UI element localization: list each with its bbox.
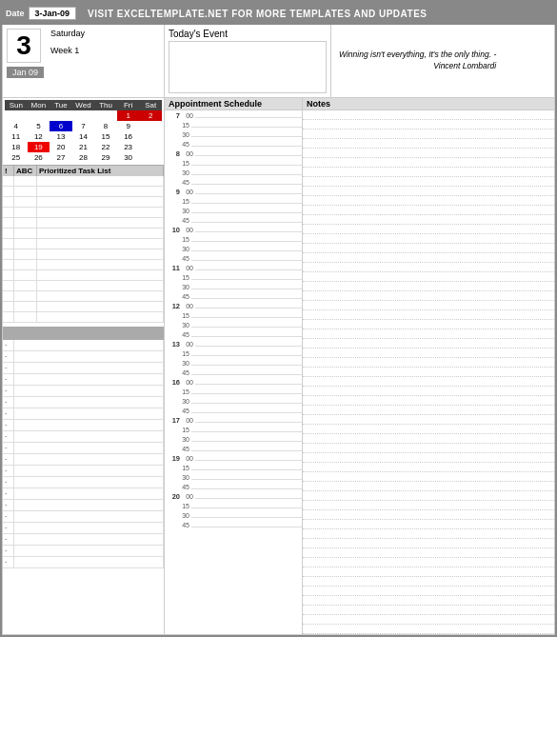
time-row[interactable]: 15 — [165, 234, 302, 244]
time-row[interactable]: 1300 — [165, 339, 302, 348]
notes-line[interactable] — [303, 329, 554, 339]
time-row[interactable]: 30 — [165, 472, 302, 482]
notes-line[interactable] — [303, 415, 554, 425]
notes-line[interactable] — [303, 206, 554, 215]
notes-line[interactable] — [303, 149, 554, 158]
time-row[interactable]: 1600 — [165, 377, 302, 387]
time-row[interactable]: 1100 — [165, 263, 302, 272]
notes-line[interactable] — [303, 625, 554, 634]
notes-line[interactable] — [303, 253, 554, 263]
notes-line[interactable] — [303, 567, 554, 577]
time-row[interactable]: 45 — [165, 215, 302, 225]
time-row[interactable]: 30 — [165, 396, 302, 406]
notes-line[interactable] — [303, 291, 554, 301]
notes-line[interactable] — [303, 539, 554, 548]
notes-line[interactable] — [303, 320, 554, 329]
notes-line[interactable] — [303, 406, 554, 415]
time-row[interactable]: 45 — [165, 291, 302, 301]
time-row[interactable]: 30 — [165, 244, 302, 253]
time-row[interactable]: 30 — [165, 434, 302, 444]
time-row[interactable]: 15 — [165, 501, 302, 510]
notes-line[interactable] — [303, 482, 554, 491]
notes-line[interactable] — [303, 139, 554, 149]
time-row[interactable]: 1000 — [165, 225, 302, 234]
notes-line[interactable] — [303, 168, 554, 177]
notes-line[interactable] — [303, 396, 554, 406]
notes-line[interactable] — [303, 225, 554, 234]
notes-line[interactable] — [303, 453, 554, 463]
time-row[interactable]: 30 — [165, 129, 302, 139]
notes-line[interactable] — [303, 529, 554, 539]
time-row[interactable]: 30 — [165, 358, 302, 368]
notes-line[interactable] — [303, 577, 554, 587]
time-row[interactable]: 15 — [165, 463, 302, 472]
cal-sat-1[interactable]: 2 — [139, 110, 162, 121]
notes-line[interactable] — [303, 520, 554, 529]
time-row[interactable]: 2000 — [165, 491, 302, 501]
time-row[interactable]: 900 — [165, 187, 302, 196]
time-row[interactable]: 45 — [165, 368, 302, 377]
time-row[interactable]: 15 — [165, 196, 302, 206]
time-row[interactable]: 30 — [165, 282, 302, 291]
notes-line[interactable] — [303, 425, 554, 434]
time-row[interactable]: 15 — [165, 425, 302, 434]
time-row[interactable]: 15 — [165, 120, 302, 129]
time-row[interactable]: 800 — [165, 149, 302, 158]
time-row[interactable]: 45 — [165, 482, 302, 491]
notes-line[interactable] — [303, 244, 554, 253]
time-row[interactable]: 30 — [165, 206, 302, 215]
notes-line[interactable] — [303, 120, 554, 129]
time-row[interactable]: 1900 — [165, 453, 302, 463]
notes-line[interactable] — [303, 548, 554, 558]
time-row[interactable]: 30 — [165, 320, 302, 329]
notes-line[interactable] — [303, 348, 554, 358]
notes-line[interactable] — [303, 215, 554, 225]
time-row[interactable]: 700 — [165, 110, 302, 120]
time-row[interactable]: 45 — [165, 139, 302, 149]
time-row[interactable]: 30 — [165, 168, 302, 177]
notes-line[interactable] — [303, 110, 554, 120]
time-row[interactable]: 45 — [165, 520, 302, 529]
notes-line[interactable] — [303, 358, 554, 368]
notes-line[interactable] — [303, 310, 554, 320]
notes-line[interactable] — [303, 463, 554, 472]
notes-line[interactable] — [303, 596, 554, 606]
notes-line[interactable] — [303, 606, 554, 615]
cal-tue-2[interactable]: 6 — [50, 121, 72, 131]
today-event-title[interactable]: Today's Event — [169, 29, 327, 39]
time-row[interactable]: 45 — [165, 406, 302, 415]
notes-line[interactable] — [303, 158, 554, 168]
time-row[interactable]: 45 — [165, 329, 302, 339]
time-row[interactable]: 45 — [165, 253, 302, 263]
notes-line[interactable] — [303, 472, 554, 482]
notes-line[interactable] — [303, 444, 554, 453]
notes-line[interactable] — [303, 510, 554, 520]
notes-line[interactable] — [303, 368, 554, 377]
notes-line[interactable] — [303, 501, 554, 510]
notes-line[interactable] — [303, 387, 554, 396]
notes-line[interactable] — [303, 301, 554, 310]
notes-line[interactable] — [303, 558, 554, 567]
time-row[interactable]: 15 — [165, 310, 302, 320]
notes-line[interactable] — [303, 187, 554, 196]
time-row[interactable]: 15 — [165, 158, 302, 168]
notes-line[interactable] — [303, 491, 554, 501]
time-row[interactable]: 15 — [165, 272, 302, 282]
notes-line[interactable] — [303, 377, 554, 387]
time-row[interactable]: 15 — [165, 348, 302, 358]
time-row[interactable]: 1200 — [165, 301, 302, 310]
notes-line[interactable] — [303, 129, 554, 139]
cal-fri-1[interactable]: 1 — [117, 110, 140, 121]
notes-line[interactable] — [303, 234, 554, 244]
notes-line[interactable] — [303, 587, 554, 596]
time-row[interactable]: 15 — [165, 387, 302, 396]
time-row[interactable]: 45 — [165, 177, 302, 187]
notes-line[interactable] — [303, 339, 554, 348]
time-row[interactable]: 1700 — [165, 415, 302, 425]
notes-line[interactable] — [303, 196, 554, 206]
today-event-box[interactable] — [169, 41, 327, 93]
time-row[interactable]: 30 — [165, 510, 302, 520]
notes-line[interactable] — [303, 434, 554, 444]
time-row[interactable]: 45 — [165, 444, 302, 453]
notes-line[interactable] — [303, 282, 554, 291]
